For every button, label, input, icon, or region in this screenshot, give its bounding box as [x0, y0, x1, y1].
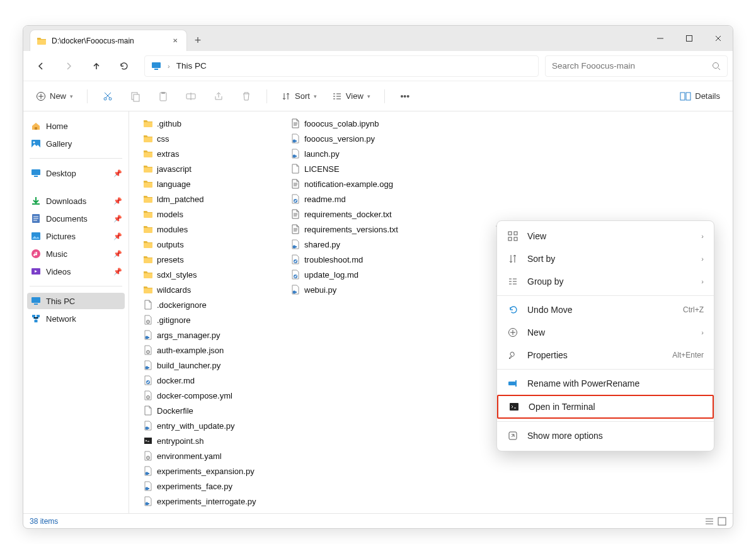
share-button[interactable]: [206, 86, 231, 107]
file-name: environment.yaml: [157, 451, 222, 461]
pictures-icon: [31, 231, 41, 241]
file-item[interactable]: css: [142, 132, 274, 145]
new-tab-button[interactable]: +: [187, 30, 209, 51]
file-item[interactable]: shared.py: [289, 237, 421, 251]
details-button[interactable]: Details: [673, 86, 726, 107]
rename-button[interactable]: [178, 86, 203, 107]
svg-rect-30: [514, 232, 517, 235]
paste-button[interactable]: [151, 86, 176, 107]
forward-button[interactable]: [56, 55, 81, 77]
file-item[interactable]: javascript: [142, 162, 274, 176]
back-button[interactable]: [28, 55, 54, 77]
delete-button[interactable]: [234, 86, 259, 107]
file-item[interactable]: args_manager.py: [142, 328, 274, 342]
chevron-right-icon: ›: [701, 329, 704, 336]
file-item[interactable]: Dockerfile: [142, 404, 274, 417]
sidebar-item-pictures[interactable]: Pictures📌: [27, 228, 125, 244]
close-tab-button[interactable]: ✕: [170, 36, 180, 46]
window-tab[interactable]: D:\docker\Fooocus-main ✕: [30, 30, 187, 51]
file-item[interactable]: outputs: [142, 237, 274, 251]
ctx-new[interactable]: New›: [497, 321, 714, 344]
file-item[interactable]: experiments_face.py: [142, 479, 274, 493]
file-item[interactable]: modules: [142, 222, 274, 236]
file-item[interactable]: experiments_interrogate.py: [142, 494, 274, 508]
cut-button[interactable]: [95, 86, 120, 107]
sh-icon: [143, 436, 153, 446]
close-window-button[interactable]: [704, 26, 733, 51]
folder-icon: [37, 36, 47, 46]
tab-title: D:\docker\Fooocus-main: [52, 37, 165, 45]
refresh-button[interactable]: [112, 55, 137, 77]
ctx-rename-power[interactable]: Rename with PowerRename: [497, 372, 714, 395]
maximize-button[interactable]: [675, 26, 704, 51]
file-item[interactable]: webui.py: [289, 283, 421, 297]
file-item[interactable]: build_launcher.py: [142, 358, 274, 372]
file-item[interactable]: notification-example.ogg: [289, 177, 421, 191]
file-name: troubleshoot.md: [304, 255, 363, 264]
view-button[interactable]: View ▾: [326, 86, 377, 107]
sidebar-item-home[interactable]: Home: [27, 118, 125, 134]
sidebar-item-this-pc[interactable]: This PC: [27, 293, 125, 309]
search-input[interactable]: [552, 61, 707, 71]
sidebar-item-downloads[interactable]: Downloads📌: [27, 193, 125, 209]
ctx-properties[interactable]: PropertiesAlt+Enter: [497, 344, 714, 366]
sidebar-item-documents[interactable]: Documents📌: [27, 210, 125, 227]
file-item[interactable]: .gitignore: [142, 313, 274, 327]
file-item[interactable]: ldm_patched: [142, 192, 274, 206]
file-item[interactable]: presets: [142, 252, 274, 266]
sidebar-item-desktop[interactable]: Desktop📌: [27, 165, 125, 181]
file-item[interactable]: fooocus_colab.ipynb: [289, 116, 421, 130]
breadcrumb-root[interactable]: This PC: [176, 61, 207, 71]
up-button[interactable]: [84, 55, 109, 77]
sort-button[interactable]: Sort ▾: [275, 86, 323, 107]
file-item[interactable]: sdxl_styles: [142, 268, 274, 281]
sidebar-item-network[interactable]: Network: [27, 310, 125, 327]
svg-rect-34: [508, 382, 515, 385]
ctx-view[interactable]: View›: [497, 225, 714, 247]
gallery-icon: [31, 139, 41, 149]
file-item[interactable]: entrypoint.sh: [142, 434, 274, 448]
search-box[interactable]: [545, 55, 728, 77]
file-item[interactable]: LICENSE: [289, 162, 421, 176]
more-button[interactable]: •••: [392, 86, 418, 107]
ctx-undo[interactable]: Undo MoveCtrl+Z: [497, 298, 714, 321]
list-view-icon[interactable]: [705, 517, 714, 526]
details-view-icon[interactable]: [718, 517, 726, 526]
file-item[interactable]: extras: [142, 147, 274, 161]
file-item[interactable]: update_log.md: [289, 268, 421, 281]
svg-rect-16: [687, 36, 692, 42]
sidebar-item-videos[interactable]: Videos📌: [27, 263, 125, 280]
file-item[interactable]: docker-compose.yml: [142, 388, 274, 402]
ctx-more-options[interactable]: Show more options: [497, 424, 714, 447]
file-item[interactable]: entry_with_update.py: [142, 419, 274, 433]
ctx-sort[interactable]: Sort by›: [497, 247, 714, 270]
py-icon: [290, 285, 301, 295]
pin-icon: 📌: [113, 169, 122, 178]
file-item[interactable]: models: [142, 207, 274, 221]
file-item[interactable]: wildcards: [142, 283, 274, 297]
file-name: experiments_face.py: [157, 482, 232, 491]
file-item[interactable]: language: [142, 177, 274, 191]
minimize-button[interactable]: [646, 26, 675, 51]
file-item[interactable]: requirements_versions.txt: [289, 222, 421, 236]
file-item[interactable]: environment.yaml: [142, 449, 274, 463]
sidebar-item-music[interactable]: Music📌: [27, 246, 125, 262]
file-item[interactable]: fooocus_version.py: [289, 132, 421, 145]
file-item[interactable]: experiments_expansion.py: [142, 464, 274, 478]
ctx-open-terminal[interactable]: Open in Terminal: [497, 395, 714, 419]
file-item[interactable]: readme.md: [289, 192, 421, 206]
file-item[interactable]: .github: [142, 116, 274, 130]
powerrename-icon: [507, 378, 518, 389]
file-item[interactable]: requirements_docker.txt: [289, 207, 421, 221]
file-name: fooocus_version.py: [304, 134, 375, 144]
file-item[interactable]: auth-example.json: [142, 343, 274, 357]
address-bar[interactable]: › This PC: [144, 55, 539, 77]
file-item[interactable]: troubleshoot.md: [289, 252, 421, 266]
file-item[interactable]: launch.py: [289, 147, 421, 161]
file-item[interactable]: docker.md: [142, 373, 274, 387]
ctx-group[interactable]: Group by›: [497, 270, 714, 293]
copy-button[interactable]: [123, 86, 148, 107]
file-item[interactable]: .dockerignore: [142, 298, 274, 312]
new-button[interactable]: New ▾: [30, 86, 79, 107]
sidebar-item-gallery[interactable]: Gallery: [27, 135, 125, 152]
